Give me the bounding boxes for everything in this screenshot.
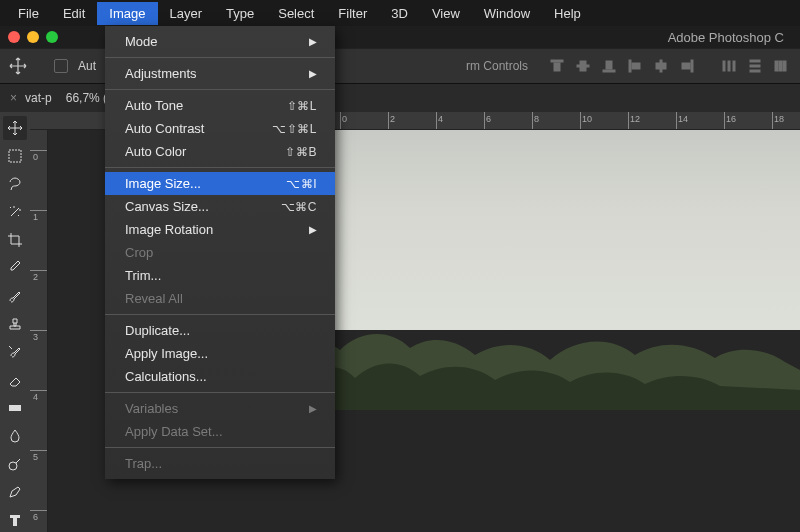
- history-brush-tool[interactable]: [3, 340, 27, 364]
- svg-rect-22: [9, 405, 21, 411]
- dodge-tool[interactable]: [3, 452, 27, 476]
- ruler-tick-label: 6: [33, 512, 38, 522]
- menu-item-canvas-size[interactable]: Canvas Size...⌥⌘C: [105, 195, 335, 218]
- eraser-tool[interactable]: [3, 368, 27, 392]
- svg-rect-17: [750, 70, 760, 72]
- align-bottom-icon[interactable]: [598, 55, 620, 77]
- ruler-tick-label: 8: [534, 114, 539, 124]
- ruler-tick: [340, 112, 341, 129]
- menubar: File Edit Image Layer Type Select Filter…: [0, 0, 800, 26]
- menu-item-label: Crop: [125, 245, 153, 260]
- svg-rect-10: [691, 60, 693, 72]
- menu-item-apply-image[interactable]: Apply Image...: [105, 342, 335, 365]
- align-top-icon[interactable]: [546, 55, 568, 77]
- image-menu-dropdown: Mode▶Adjustments▶Auto Tone⇧⌘LAuto Contra…: [105, 26, 335, 479]
- menu-item-label: Auto Contrast: [125, 121, 205, 136]
- menu-view[interactable]: View: [420, 2, 472, 25]
- move-tool-icon[interactable]: [8, 56, 28, 76]
- menu-select[interactable]: Select: [266, 2, 326, 25]
- eyedropper-tool[interactable]: [3, 256, 27, 280]
- svg-rect-20: [783, 61, 786, 71]
- svg-rect-12: [723, 61, 725, 71]
- ruler-tick-label: 16: [726, 114, 736, 124]
- menu-filter[interactable]: Filter: [326, 2, 379, 25]
- menu-item-shortcut: ⌥⌘I: [286, 177, 317, 191]
- menu-item-mode[interactable]: Mode▶: [105, 30, 335, 53]
- minimize-window-button[interactable]: [27, 31, 39, 43]
- menu-item-trap: Trap...: [105, 452, 335, 475]
- type-tool[interactable]: [3, 508, 27, 532]
- menu-edit[interactable]: Edit: [51, 2, 97, 25]
- ruler-tick: [724, 112, 725, 129]
- svg-rect-7: [632, 63, 640, 69]
- menu-item-calculations[interactable]: Calculations...: [105, 365, 335, 388]
- menu-item-image-size[interactable]: Image Size...⌥⌘I: [105, 172, 335, 195]
- menu-item-shortcut: ⇧⌘B: [285, 145, 317, 159]
- align-vcenter-icon[interactable]: [572, 55, 594, 77]
- menu-layer[interactable]: Layer: [158, 2, 215, 25]
- menu-item-label: Canvas Size...: [125, 199, 209, 214]
- menu-type[interactable]: Type: [214, 2, 266, 25]
- menu-item-trim[interactable]: Trim...: [105, 264, 335, 287]
- ruler-tick-label: 12: [630, 114, 640, 124]
- wand-tool[interactable]: [3, 200, 27, 224]
- crop-tool[interactable]: [3, 228, 27, 252]
- svg-rect-16: [750, 65, 760, 67]
- auto-select-label: Aut: [78, 59, 96, 73]
- ruler-tick: [484, 112, 485, 129]
- menu-item-auto-color[interactable]: Auto Color⇧⌘B: [105, 140, 335, 163]
- menu-help[interactable]: Help: [542, 2, 593, 25]
- ruler-tick-label: 2: [390, 114, 395, 124]
- ruler-tick-label: 18: [774, 114, 784, 124]
- close-window-button[interactable]: [8, 31, 20, 43]
- auto-select-checkbox[interactable]: [54, 59, 68, 73]
- pen-tool[interactable]: [3, 480, 27, 504]
- svg-rect-5: [606, 61, 612, 69]
- menu-item-duplicate[interactable]: Duplicate...: [105, 319, 335, 342]
- distribute-v-icon[interactable]: [744, 55, 766, 77]
- blur-tool[interactable]: [3, 424, 27, 448]
- distribute-3-icon[interactable]: [770, 55, 792, 77]
- gradient-tool[interactable]: [3, 396, 27, 420]
- submenu-arrow-icon: ▶: [309, 403, 317, 414]
- marquee-tool[interactable]: [3, 144, 27, 168]
- stamp-tool[interactable]: [3, 312, 27, 336]
- ruler-tick: [30, 510, 47, 511]
- ruler-tick-label: 14: [678, 114, 688, 124]
- tab-close-icon[interactable]: ×: [10, 91, 17, 105]
- align-hcenter-icon[interactable]: [650, 55, 672, 77]
- ruler-tick-label: 1: [33, 212, 38, 222]
- brush-tool[interactable]: [3, 284, 27, 308]
- menu-file[interactable]: File: [6, 2, 51, 25]
- ruler-vertical[interactable]: 0123456: [30, 130, 48, 532]
- align-left-icon[interactable]: [624, 55, 646, 77]
- lasso-tool[interactable]: [3, 172, 27, 196]
- menu-image[interactable]: Image: [97, 2, 157, 25]
- menu-item-label: Trim...: [125, 268, 161, 283]
- menu-item-image-rotation[interactable]: Image Rotation▶: [105, 218, 335, 241]
- menu-item-auto-contrast[interactable]: Auto Contrast⌥⇧⌘L: [105, 117, 335, 140]
- align-right-icon[interactable]: [676, 55, 698, 77]
- menu-separator: [105, 89, 335, 90]
- ruler-tick-label: 0: [33, 152, 38, 162]
- ruler-tick: [30, 210, 47, 211]
- menu-3d[interactable]: 3D: [379, 2, 420, 25]
- window-controls: [8, 31, 58, 43]
- ruler-tick: [532, 112, 533, 129]
- move-tool[interactable]: [3, 116, 27, 140]
- ruler-tick-label: 4: [33, 392, 38, 402]
- menu-item-auto-tone[interactable]: Auto Tone⇧⌘L: [105, 94, 335, 117]
- menu-item-label: Calculations...: [125, 369, 207, 384]
- distribute-h-icon[interactable]: [718, 55, 740, 77]
- menu-item-label: Auto Color: [125, 144, 186, 159]
- menu-item-label: Image Size...: [125, 176, 201, 191]
- document-tab-name[interactable]: vat-p: [25, 91, 52, 105]
- menu-item-adjustments[interactable]: Adjustments▶: [105, 62, 335, 85]
- menu-window[interactable]: Window: [472, 2, 542, 25]
- ruler-tick: [580, 112, 581, 129]
- svg-rect-11: [682, 63, 690, 69]
- svg-rect-13: [728, 61, 730, 71]
- zoom-window-button[interactable]: [46, 31, 58, 43]
- menu-item-label: Apply Data Set...: [125, 424, 223, 439]
- ruler-tick: [436, 112, 437, 129]
